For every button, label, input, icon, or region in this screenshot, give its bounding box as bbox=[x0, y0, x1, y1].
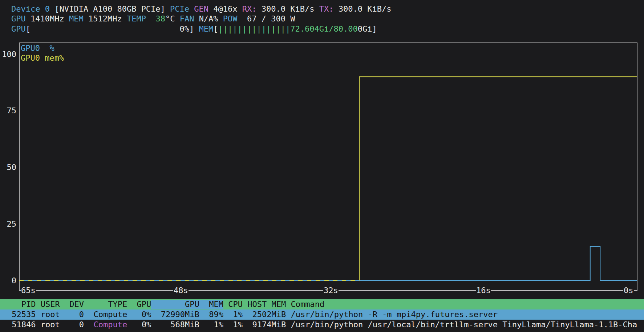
text-segment: [ bbox=[213, 24, 218, 33]
text-segment: 1512MHz bbox=[88, 14, 127, 23]
y-axis-label: 25 bbox=[0, 219, 16, 229]
device-line: Device 0 [NVIDIA A100 80GB PCIe] PCIe GE… bbox=[11, 4, 391, 14]
text-segment: TX: bbox=[319, 4, 339, 13]
text-segment: ] bbox=[372, 24, 377, 33]
utilization-chart: 1007550250 65s48s32s16s0s GPU0 % GPU0 me… bbox=[0, 38, 644, 296]
legend-gpu-mem: GPU0 mem% bbox=[21, 53, 64, 63]
chart-series-line bbox=[359, 77, 637, 280]
text-segment: 67 / 300 W bbox=[242, 14, 295, 23]
text-segment: GEN bbox=[194, 4, 213, 13]
text-segment: 300.0 KiB/s bbox=[262, 4, 319, 13]
x-axis-label: 48s bbox=[173, 286, 189, 295]
text-segment: °C bbox=[165, 14, 180, 23]
device-info-panel: Device 0 [NVIDIA A100 80GB PCIe] PCIe GE… bbox=[11, 4, 391, 34]
chart-border bbox=[19, 43, 637, 291]
y-axis-label: 100 bbox=[0, 49, 16, 59]
text-segment: 72.604Gi/80.00 bbox=[290, 24, 357, 33]
nvtop-terminal: Device 0 [NVIDIA A100 80GB PCIe] PCIe GE… bbox=[0, 0, 644, 332]
text-segment: POW bbox=[223, 14, 242, 23]
chart-canvas bbox=[0, 38, 644, 296]
text-segment: Compute bbox=[93, 320, 127, 329]
text-segment: 0%] bbox=[180, 24, 199, 33]
chart-series-line bbox=[19, 247, 637, 281]
text-segment: 0Gi bbox=[358, 24, 372, 33]
text-segment: FAN bbox=[180, 14, 199, 23]
y-axis-label: 50 bbox=[0, 162, 16, 172]
x-axis-label: 16s bbox=[476, 286, 491, 295]
gpu-stats-line: GPU 1410MHz MEM 1512MHz TEMP 38°C FAN N/… bbox=[11, 14, 391, 24]
text-segment: Device 0 bbox=[11, 4, 50, 13]
text-segment: 51846 root 0 bbox=[7, 320, 93, 329]
y-axis-label: 75 bbox=[0, 106, 16, 116]
x-axis-label: 65s bbox=[21, 286, 36, 295]
text-segment: RX: bbox=[242, 4, 262, 13]
process-row[interactable]: 51846 root 0 Compute 0% 568MiB 1% 1% 917… bbox=[0, 320, 644, 330]
chart-legend: GPU0 % GPU0 mem% bbox=[21, 43, 64, 63]
text-segment: 4@16x bbox=[213, 4, 242, 13]
gauges-line: GPU[ 0%] MEM[|||||||||||||||72.604Gi/80.… bbox=[11, 24, 391, 34]
text-segment: CPU HOST MEM Command bbox=[223, 300, 324, 309]
text-segment: TEMP bbox=[127, 14, 151, 23]
table-header[interactable]: PID USER DEV TYPE GPU GPU MEM CPU HOST M… bbox=[0, 299, 644, 309]
y-axis-label: 0 bbox=[0, 276, 16, 286]
text-segment: MEM bbox=[199, 24, 214, 33]
text-segment: GPU bbox=[11, 14, 31, 23]
text-segment: 300.0 KiB/s bbox=[339, 4, 392, 13]
text-segment: GPU MEM bbox=[151, 300, 223, 309]
process-table: PID USER DEV TYPE GPU GPU MEM CPU HOST M… bbox=[0, 299, 644, 330]
text-segment: 52535 root 0 Compute 0% 72990MiB 89% 1% … bbox=[7, 310, 498, 319]
text-segment: N/A% bbox=[199, 14, 223, 23]
text-segment: 1410MHz bbox=[31, 14, 69, 23]
legend-gpu-util: GPU0 % bbox=[21, 43, 64, 53]
text-segment: ||||||||||||||| bbox=[218, 24, 291, 33]
x-axis-label: 0s bbox=[623, 286, 634, 295]
text-segment: PCIe bbox=[170, 4, 194, 13]
text-segment: PID USER DEV TYPE GPU bbox=[7, 300, 151, 309]
text-segment: 0% 568MiB 1% 1% 9174MiB /usr/bin/python … bbox=[127, 320, 637, 329]
x-axis-label: 32s bbox=[323, 286, 339, 295]
text-segment: [NVIDIA A100 80GB PCIe] bbox=[50, 4, 170, 13]
text-segment: MEM bbox=[69, 14, 88, 23]
text-segment: [ bbox=[26, 24, 31, 33]
process-row-selected[interactable]: 52535 root 0 Compute 0% 72990MiB 89% 1% … bbox=[0, 309, 644, 320]
text-segment: 38 bbox=[151, 14, 165, 23]
text-segment bbox=[31, 24, 180, 33]
text-segment: GPU bbox=[11, 24, 26, 33]
